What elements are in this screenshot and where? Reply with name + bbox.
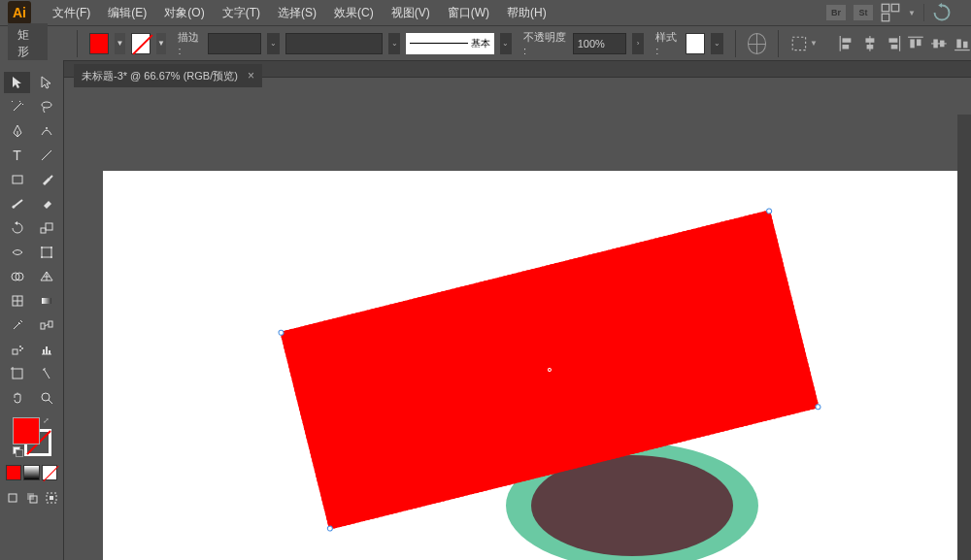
magic-wand-tool[interactable] — [4, 96, 30, 117]
brush-preset-dropdown[interactable]: ⌄ — [500, 33, 512, 54]
svg-rect-55 — [49, 350, 50, 354]
draw-mode-normal[interactable] — [4, 487, 21, 509]
draw-mode-inside[interactable] — [44, 487, 59, 509]
recolor-icon[interactable] — [748, 33, 767, 54]
rotate-tool[interactable] — [4, 217, 30, 239]
vertical-scrollbar[interactable] — [957, 115, 971, 560]
menu-view[interactable]: 视图(V) — [384, 1, 438, 25]
align-to-icon[interactable] — [790, 34, 808, 53]
svg-rect-46 — [49, 321, 52, 327]
mesh-tool[interactable] — [4, 290, 30, 312]
close-tab-icon[interactable]: × — [248, 69, 254, 82]
menu-effect[interactable]: 效果(C) — [326, 1, 382, 25]
svg-rect-53 — [43, 349, 45, 354]
rectangle-tool[interactable] — [4, 169, 30, 190]
menu-text[interactable]: 文字(T) — [215, 1, 268, 25]
app-logo: Ai — [8, 1, 31, 24]
stock-badge[interactable]: St — [854, 5, 873, 20]
menu-window[interactable]: 窗口(W) — [440, 1, 497, 25]
opacity-input[interactable] — [573, 33, 626, 54]
selection-center[interactable] — [548, 368, 552, 373]
svg-rect-9 — [865, 38, 874, 42]
fill-color-swatch[interactable] — [89, 33, 109, 54]
default-fill-stroke-icon[interactable] — [13, 446, 22, 456]
separator — [735, 30, 736, 57]
align-bottom-icon[interactable] — [954, 34, 971, 53]
shape-builder-tool[interactable] — [4, 266, 30, 287]
curvature-tool[interactable] — [33, 120, 59, 142]
slice-tool[interactable] — [33, 363, 59, 384]
line-tool[interactable] — [33, 145, 59, 166]
stroke-dash-input[interactable] — [285, 33, 383, 54]
align-hcenter-icon[interactable] — [861, 34, 879, 53]
brush-tool[interactable] — [33, 169, 59, 190]
fill-dropdown[interactable]: ▼ — [115, 33, 125, 54]
bridge-badge[interactable]: Br — [826, 5, 846, 20]
stroke-width-dropdown[interactable]: ⌄ — [267, 33, 279, 54]
svg-rect-0 — [882, 4, 889, 12]
artboard[interactable] — [103, 171, 971, 560]
selection-handle-tr[interactable] — [766, 208, 773, 214]
svg-point-49 — [19, 346, 21, 347]
shaper-tool[interactable] — [4, 193, 30, 214]
graph-tool[interactable] — [33, 339, 59, 360]
hand-tool[interactable] — [4, 387, 30, 409]
gradient-mode-btn[interactable] — [23, 465, 39, 480]
svg-marker-24 — [42, 77, 50, 88]
stroke-width-input[interactable] — [208, 33, 261, 54]
stroke-dropdown[interactable]: ▼ — [156, 33, 167, 54]
eraser-tool[interactable] — [33, 193, 59, 214]
style-label: 样式 : — [655, 30, 680, 56]
scale-tool[interactable] — [33, 217, 59, 239]
menu-help[interactable]: 帮助(H) — [499, 1, 554, 25]
svg-rect-33 — [46, 223, 52, 230]
selection-tool[interactable] — [4, 72, 30, 93]
svg-rect-15 — [911, 39, 915, 48]
align-left-icon[interactable] — [838, 34, 855, 53]
align-vcenter-icon[interactable] — [930, 34, 948, 53]
artboard-tool[interactable] — [4, 363, 30, 384]
symbol-spray-tool[interactable] — [4, 339, 30, 360]
pen-tool[interactable] — [4, 120, 30, 142]
menu-select[interactable]: 选择(S) — [270, 1, 324, 25]
direct-select-tool[interactable] — [33, 72, 59, 93]
fill-stroke-control[interactable]: ⤢ — [13, 417, 51, 456]
svg-rect-44 — [42, 298, 51, 304]
lasso-tool[interactable] — [33, 96, 59, 117]
none-mode-btn[interactable] — [42, 465, 57, 480]
menu-object[interactable]: 对象(O) — [156, 1, 212, 25]
selection-handle-tl[interactable] — [278, 329, 285, 336]
type-tool[interactable]: T — [4, 145, 30, 166]
selection-handle-br[interactable] — [815, 404, 821, 411]
free-transform-tool[interactable] — [33, 242, 59, 263]
svg-rect-61 — [9, 494, 17, 502]
color-mode-btn[interactable] — [6, 465, 21, 480]
svg-rect-22 — [963, 41, 967, 48]
eyedropper-tool[interactable] — [4, 314, 30, 336]
draw-mode-behind[interactable] — [24, 487, 42, 509]
document-tab[interactable]: 未标题-3* @ 66.67% (RGB/预览) × — [74, 64, 262, 87]
swap-fill-stroke-icon[interactable]: ⤢ — [43, 416, 50, 425]
svg-rect-28 — [13, 176, 22, 183]
svg-point-26 — [46, 127, 48, 129]
stroke-dash-dropdown[interactable]: ⌄ — [388, 33, 400, 54]
arrange-docs-icon[interactable] — [881, 3, 900, 22]
brush-preset[interactable]: 基本 — [406, 33, 493, 54]
graphic-style-swatch[interactable] — [686, 33, 705, 54]
opacity-dropdown[interactable]: › — [632, 33, 644, 54]
options-bar: 矩形 ▼ ▼ 描边 : ⌄ ⌄ 基本 ⌄ 不透明度 : › 样式 : ⌄ ▼ — [0, 25, 971, 60]
width-tool[interactable] — [4, 242, 30, 263]
stroke-color-swatch[interactable] — [131, 33, 151, 54]
perspective-tool[interactable] — [33, 266, 59, 287]
menu-edit[interactable]: 编辑(E) — [100, 1, 154, 25]
align-right-icon[interactable] — [885, 34, 902, 53]
zoom-tool[interactable] — [33, 387, 59, 409]
menu-file[interactable]: 文件(F) — [45, 1, 98, 25]
blend-tool[interactable] — [33, 314, 59, 336]
sync-icon[interactable] — [932, 3, 952, 22]
align-top-icon[interactable] — [907, 34, 924, 53]
selection-handle-bl[interactable] — [326, 525, 333, 532]
fill-color-sq[interactable] — [13, 417, 40, 445]
style-dropdown[interactable]: ⌄ — [711, 33, 722, 54]
gradient-tool[interactable] — [33, 290, 59, 312]
